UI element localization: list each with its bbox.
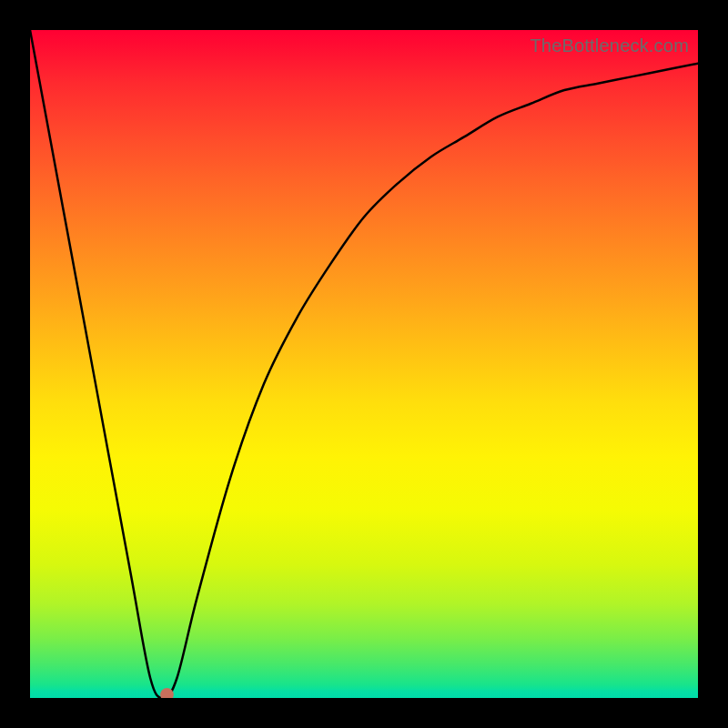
bottleneck-curve	[30, 30, 698, 698]
plot-area: TheBottleneck.com	[30, 30, 698, 698]
chart-frame: TheBottleneck.com	[0, 0, 728, 728]
curve-svg	[30, 30, 698, 698]
